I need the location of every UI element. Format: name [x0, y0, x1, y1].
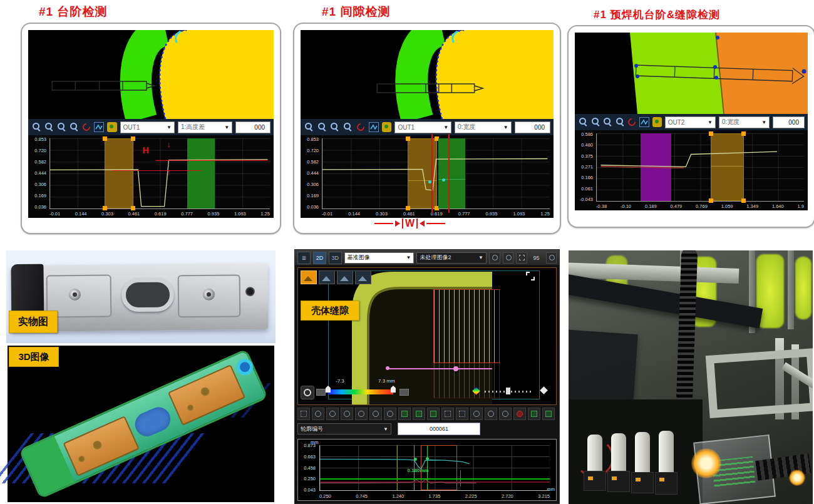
tick-label: -0.38 — [596, 203, 607, 210]
profile-chart-icon[interactable] — [94, 122, 104, 132]
mode-select[interactable]: 1:高度差 — [178, 121, 232, 133]
zoom-region-icon[interactable] — [343, 122, 353, 132]
position-marker[interactable] — [472, 387, 480, 395]
tick-label: 0.189 — [645, 203, 657, 210]
region-tool-icon[interactable] — [413, 408, 425, 420]
profile-tool-icon[interactable] — [427, 408, 440, 420]
zoom-pan-icon[interactable] — [590, 117, 600, 127]
zoom-in-icon[interactable] — [31, 122, 41, 132]
profile-chart-icon[interactable] — [369, 122, 379, 132]
panel3-title: #1 预焊机台阶&缝隙检测 — [594, 8, 720, 22]
zoom-pan-icon[interactable] — [44, 122, 53, 132]
profile-chart-icon[interactable] — [639, 117, 649, 127]
reset-icon[interactable] — [356, 122, 366, 132]
tick-label: 0.745 — [356, 493, 368, 500]
zoom-pan-icon[interactable] — [317, 122, 327, 132]
rotate-tool-icon[interactable] — [341, 408, 353, 420]
tick-label: 1.093 — [513, 211, 525, 218]
ruler-tool-icon[interactable] — [369, 408, 382, 420]
label-tool-icon[interactable] — [456, 408, 468, 420]
output-select[interactable]: OUT1 — [120, 121, 175, 133]
tab-2d[interactable]: 2D — [313, 252, 326, 264]
export-tool-icon[interactable] — [528, 408, 540, 420]
actuator-base — [631, 472, 654, 493]
mode-select[interactable]: 0:宽度 — [719, 116, 770, 128]
zoom-out-icon[interactable] — [602, 117, 612, 127]
mode-select[interactable]: 0:宽度 — [455, 121, 512, 133]
grid-tab-icon[interactable]: ≣ — [297, 252, 311, 264]
profile-number-select[interactable]: 轮廓编号 — [297, 423, 391, 435]
x-axis-ticks: 0.2500.7451.2401.7352.2252.7203.215 — [319, 493, 550, 500]
export-icon[interactable] — [546, 252, 557, 264]
zoom-out-icon[interactable] — [56, 122, 66, 132]
light-glow — [789, 470, 805, 486]
output-select[interactable]: OUT2 — [665, 116, 716, 128]
angle-tool-icon[interactable] — [485, 408, 497, 420]
tick-label: 0.582 — [307, 159, 319, 165]
tick-label: 1.640 — [772, 203, 784, 210]
zoom-out-icon[interactable] — [329, 122, 339, 132]
palette-icon[interactable] — [107, 122, 116, 132]
tick-label: 0.586 — [581, 131, 593, 137]
zoom-in-tool-icon[interactable] — [312, 408, 324, 420]
zoom-region-icon[interactable] — [69, 122, 78, 132]
grid-tool-icon[interactable] — [398, 408, 411, 420]
zoom-in-icon[interactable] — [489, 252, 500, 264]
base-image-select[interactable]: 基准图像 — [344, 252, 415, 264]
texture-mode-icon[interactable] — [337, 270, 353, 284]
end-marker[interactable] — [540, 386, 548, 394]
fullscreen-icon[interactable] — [526, 272, 535, 280]
height-map-view — [28, 30, 274, 119]
tick-label: 0.458 — [304, 465, 316, 471]
caliper-tool-icon[interactable] — [384, 408, 396, 420]
height-map-view — [301, 30, 554, 119]
fit-screen-icon[interactable] — [516, 252, 527, 264]
height-map-image — [575, 33, 808, 114]
palette-icon[interactable] — [382, 122, 392, 132]
tick-label: 0.720 — [307, 148, 319, 153]
scale-mode-icon[interactable] — [316, 389, 326, 396]
panel-gap-detection: OUT1 0:宽度 000 0.8530.7200.5820.4440.3060… — [293, 23, 561, 234]
actuator-cylinder — [611, 433, 626, 473]
pointer-mode-icon[interactable] — [355, 270, 371, 284]
processed-image-select[interactable]: 未处理图像2 — [416, 252, 487, 264]
main-image-view: 壳体缝隙 -7.3 7.3 mm — [297, 267, 557, 405]
scale-handle-max[interactable] — [391, 386, 396, 393]
circle-tool-icon[interactable] — [499, 408, 512, 420]
palette-icon[interactable] — [652, 117, 662, 127]
color-scale-bar[interactable] — [328, 389, 393, 394]
y-axis-ticks: 0.8530.7200.5820.4440.3060.1690.036 — [301, 136, 320, 210]
slider-handle[interactable] — [506, 388, 510, 394]
value-box[interactable]: 000 — [235, 121, 270, 133]
select-tool-icon[interactable] — [297, 408, 310, 420]
tick-label: 0.306 — [34, 182, 46, 187]
scale-handle-min[interactable] — [326, 386, 331, 393]
zoom-in-icon[interactable] — [304, 122, 314, 132]
arrow-down-icon: ↓ — [167, 140, 171, 149]
reset-icon[interactable] — [81, 122, 91, 132]
reset-icon[interactable] — [627, 117, 636, 127]
profile-mode-icon[interactable] — [319, 270, 335, 284]
profile-number-value[interactable]: 000061 — [398, 423, 480, 435]
zoom-out-tool-icon[interactable] — [326, 408, 339, 420]
record-icon[interactable] — [301, 386, 314, 399]
marker-tool-icon[interactable] — [441, 408, 454, 420]
tick-label: 0.444 — [34, 170, 46, 176]
zoom-out-icon[interactable] — [503, 252, 514, 264]
value-box[interactable]: 000 — [773, 116, 805, 128]
height-map-mode-icon[interactable] — [301, 270, 317, 284]
report-tool-icon[interactable] — [542, 408, 555, 420]
scale-lock-icon[interactable] — [399, 389, 409, 396]
record-tool-icon[interactable] — [513, 408, 526, 420]
output-select[interactable]: OUT1 — [394, 121, 451, 133]
zoom-in-icon[interactable] — [578, 117, 587, 127]
vision-toolbar: OUT2 0:宽度 000 — [575, 114, 808, 130]
tab-3d[interactable]: 3D — [329, 252, 342, 264]
zoom-percent: 95 — [533, 255, 540, 261]
tick-label: 0.479 — [670, 203, 682, 210]
tick-label: 0.461 — [128, 211, 140, 218]
zoom-region-icon[interactable] — [615, 117, 624, 127]
box-tool-icon[interactable] — [470, 408, 483, 420]
value-box[interactable]: 000 — [515, 121, 550, 133]
pan-tool-icon[interactable] — [355, 408, 368, 420]
